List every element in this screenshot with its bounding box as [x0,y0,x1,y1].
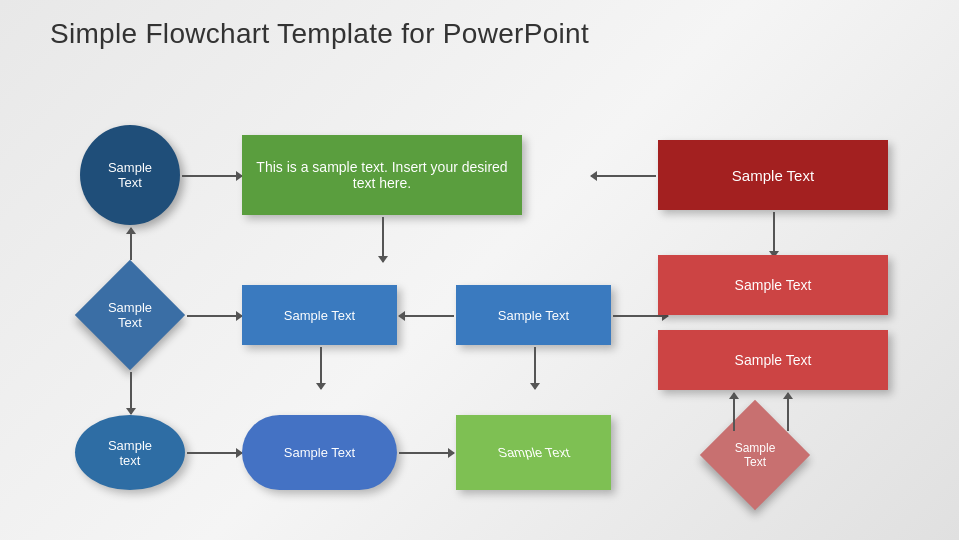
shape-circle: Sample Text [80,125,180,225]
red-rect-bot-label: Sample Text [735,352,812,368]
arrow-red-top-down [773,212,775,257]
rounded-rect-label: Sample Text [284,445,355,460]
blue-rect-mid2-label: Sample Text [498,308,569,323]
diamond-blue-label: Sample Text [108,300,152,330]
arrow-pink-up-left [733,393,735,431]
shape-rounded-rect: Sample Text [242,415,397,490]
arrow-oval-right [187,452,242,454]
shape-diamond-blue: Sample Text [75,260,185,370]
circle-label: Sample Text [108,160,152,190]
shape-red-rect-top: Sample Text [658,140,888,210]
shape-red-rect-mid: Sample Text [658,255,888,315]
arrow-diamond-down [130,372,132,414]
arrow-circle-to-green [182,175,242,177]
arrow-diamond-up-to-circle [130,228,132,260]
arrow-diamond-right [187,315,242,317]
shape-parallelogram: Sample Text [456,415,611,490]
shape-green-rect: This is a sample text. Insert your desir… [242,135,522,215]
red-rect-top-label: Sample Text [732,167,814,184]
arrow-blue-mid2-down [534,347,536,389]
arrow-blue2-to-blue1 [399,315,454,317]
diamond-pink-label: Sample Text [735,441,776,469]
shape-blue-rect-mid2: Sample Text [456,285,611,345]
shape-red-rect-bot: Sample Text [658,330,888,390]
arrow-rounded-right [399,452,454,454]
green-rect-label: This is a sample text. Insert your desir… [250,159,514,191]
shape-oval: Sample text [75,415,185,490]
shape-diamond-pink: Sample Text [700,400,810,510]
arrow-pink-up-right [787,393,789,431]
page-title: Simple Flowchart Template for PowerPoint [50,18,589,50]
red-rect-mid-label: Sample Text [735,277,812,293]
shape-blue-rect-mid1: Sample Text [242,285,397,345]
arrow-blue2-right [613,315,668,317]
blue-rect-mid1-label: Sample Text [284,308,355,323]
oval-label: Sample text [108,438,152,468]
parallelogram-label: Sample Text [496,445,571,460]
arrow-blue-mid1-down [320,347,322,389]
arrow-red-to-green [591,175,656,177]
arrow-green-down [382,217,384,262]
